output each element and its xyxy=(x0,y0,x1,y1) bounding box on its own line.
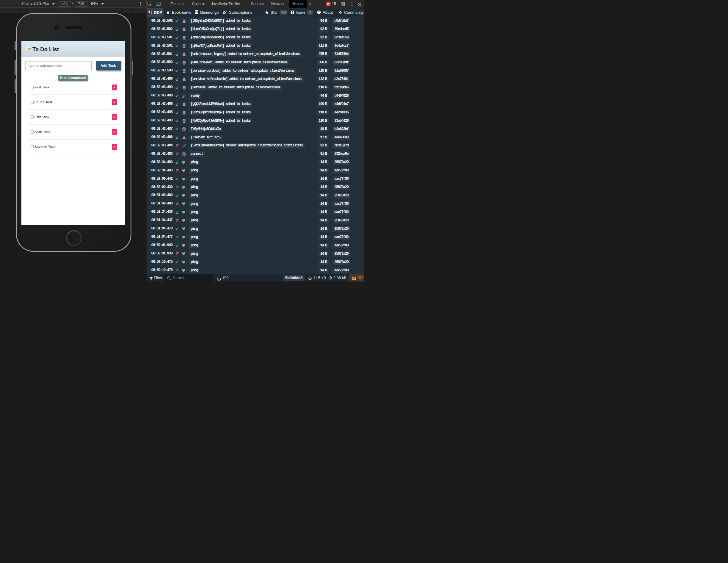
svg-text:?: ? xyxy=(318,11,320,14)
